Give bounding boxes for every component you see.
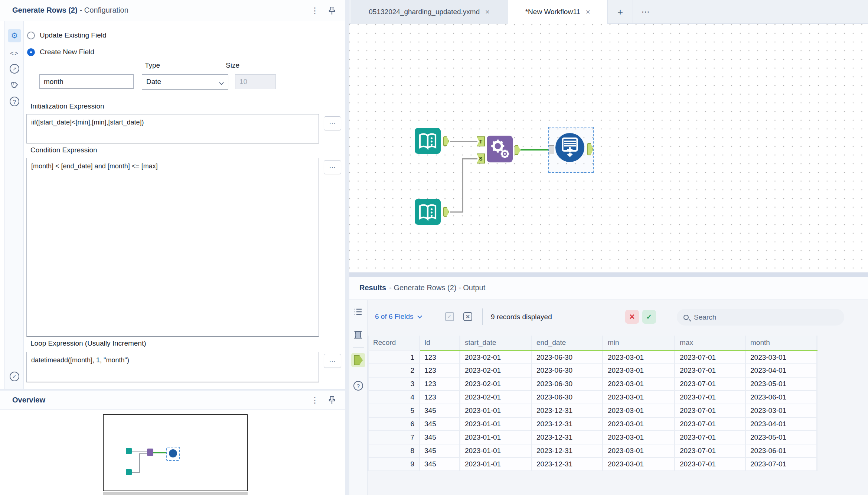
radio-circle-unchecked[interactable] [27, 32, 35, 39]
wire-input2-vertical[interactable] [462, 158, 463, 213]
overview-panel-header: Overview ⋮ [0, 391, 345, 410]
type-select[interactable]: Date [142, 74, 228, 90]
wire-generate-to-browse[interactable] [521, 149, 550, 151]
radio-circle-checked[interactable] [27, 48, 35, 56]
success-filter-button[interactable]: ✓ [642, 310, 656, 324]
text-input-tool-2[interactable] [415, 199, 441, 225]
generate-rows-tool[interactable] [487, 136, 513, 162]
column-header-Id[interactable]: Id [420, 336, 460, 350]
table-row[interactable]: 21232023-02-012023-06-302023-03-012023-0… [368, 364, 817, 377]
workflow-canvas[interactable]: T S [349, 24, 868, 272]
help-icon[interactable]: ? [8, 95, 21, 108]
table-cell: 2023-03-01 [745, 350, 817, 364]
search-input[interactable]: Search [677, 309, 844, 326]
field-name-input[interactable]: month [39, 74, 134, 89]
column-header-month[interactable]: month [745, 336, 817, 350]
search-placeholder: Search [694, 313, 716, 321]
column-header-max[interactable]: max [675, 336, 745, 350]
text-input-tool-1[interactable] [415, 128, 441, 154]
table-row[interactable]: 53452023-01-012023-12-312023-03-012023-0… [368, 404, 817, 417]
new-tab-button[interactable]: + [608, 0, 633, 24]
table-row[interactable]: 73452023-01-012023-12-312023-03-012023-0… [368, 431, 817, 444]
fields-selector[interactable]: 6 of 6 Fields [375, 313, 421, 321]
select-all-checkbox-icon[interactable]: ✓ [445, 312, 454, 321]
loop-expression-editor-button[interactable]: ... [324, 354, 341, 368]
tab-workflow-2[interactable]: *New Workflow11 ✕ [508, 0, 608, 24]
overview-pin-icon[interactable] [327, 395, 336, 405]
table-row[interactable]: 11232023-02-012023-06-302023-03-012023-0… [368, 350, 817, 364]
close-icon[interactable]: ✕ [585, 9, 590, 16]
mini-browse-selection [166, 447, 180, 461]
table-row[interactable]: 83452023-01-012023-12-312023-03-012023-0… [368, 444, 817, 457]
overview-viewport[interactable] [103, 414, 248, 491]
column-header-start_date[interactable]: start_date [460, 336, 532, 350]
book-icon [415, 199, 441, 225]
browse-input-port[interactable] [549, 145, 554, 154]
pin-icon[interactable] [327, 6, 336, 16]
t-input-anchor[interactable]: T [477, 136, 485, 146]
configuration-panel-header: Generate Rows (2)- Configuration ⋮ [0, 0, 345, 21]
table-row[interactable]: 93452023-01-012023-12-312023-03-012023-0… [368, 457, 817, 471]
overview-scrollbar[interactable] [103, 492, 248, 495]
tab-workflow-1[interactable]: 05132024_gharding_updated.yxmd ✕ [351, 0, 508, 24]
column-header-min[interactable]: min [603, 336, 675, 350]
condition-expression-box[interactable]: [month] < [end_date] and [month] <= [max… [26, 158, 319, 337]
results-help-icon[interactable]: ? [353, 381, 363, 391]
radio-create-label: Create New Field [40, 48, 94, 56]
metadata-list-icon[interactable] [353, 307, 363, 316]
table-cell: 7 [368, 431, 420, 444]
canvas-horizontal-scrollbar[interactable] [349, 272, 868, 277]
s-input-anchor[interactable]: S [477, 153, 485, 164]
radio-create-new[interactable]: Create New Field [27, 48, 94, 56]
code-icon[interactable]: <> [8, 47, 21, 60]
table-cell: 2023-01-01 [460, 404, 532, 417]
table-cell: 2023-06-30 [532, 364, 603, 377]
table-cell: 2023-12-31 [532, 404, 603, 417]
scroll-view-icon[interactable] [353, 330, 363, 339]
output-anchor-generate-rows[interactable] [515, 145, 521, 155]
deselect-all-icon[interactable]: ✕ [463, 312, 472, 321]
column-header-Record[interactable]: Record [368, 336, 420, 350]
table-row[interactable]: 41232023-02-012023-06-302023-03-012023-0… [368, 391, 817, 404]
column-header-end_date[interactable]: end_date [532, 336, 603, 350]
table-row[interactable]: 31232023-02-012023-06-302023-03-012023-0… [368, 377, 817, 391]
output-anchor-input2[interactable] [443, 207, 449, 217]
table-cell: 2023-03-01 [603, 417, 675, 431]
errors-filter-button[interactable]: ✕ [625, 310, 639, 324]
wire-input2-to-s[interactable] [462, 158, 477, 159]
tab-overflow-button[interactable]: ⋯ [633, 0, 658, 24]
wire-input2-horizontal[interactable] [450, 211, 463, 213]
results-tool-strip: ? [349, 300, 368, 495]
close-icon[interactable]: ✕ [485, 9, 490, 16]
table-cell: 2023-01-01 [460, 417, 532, 431]
help-glyph: ? [10, 97, 19, 106]
table-row[interactable]: 63452023-01-012023-12-312023-03-012023-0… [368, 417, 817, 431]
table-cell: 123 [420, 391, 460, 404]
book-icon [415, 128, 441, 154]
output-anchor-input1[interactable] [443, 136, 449, 146]
gear-icon[interactable]: ⚙ [8, 29, 21, 42]
overview-menu-icon[interactable]: ⋮ [310, 395, 319, 406]
table-cell: 2023-07-01 [675, 377, 745, 391]
init-expression-editor-button[interactable]: ... [324, 116, 341, 130]
mini-connector [139, 453, 140, 473]
fields-selector-label: 6 of 6 Fields [375, 313, 414, 321]
output-anchor-button[interactable] [351, 353, 365, 367]
table-cell: 345 [420, 444, 460, 457]
size-input[interactable]: 10 [235, 74, 276, 89]
share-icon[interactable]: ↗ [8, 62, 21, 75]
table-header-row: RecordIdstart_dateend_dateminmaxmonth [368, 336, 817, 350]
browse-icon [555, 133, 584, 162]
overview-panel-title: Overview [12, 396, 45, 404]
condition-expression-editor-button[interactable]: ... [324, 160, 341, 174]
browse-tool[interactable] [555, 133, 584, 162]
table-cell: 2023-07-01 [675, 444, 745, 457]
tag-icon[interactable] [8, 78, 21, 92]
radio-update-existing[interactable]: Update Existing Field [27, 31, 107, 39]
loop-expression-box[interactable]: datetimeadd([month], 1, "month") [26, 352, 319, 382]
wire-input1-to-t[interactable] [450, 141, 477, 142]
table-cell: 2023-03-01 [603, 350, 675, 364]
init-expression-box[interactable]: iif([start_date]<[min],[min],[start_date… [26, 114, 319, 143]
apply-check-icon[interactable]: ✓ [8, 370, 21, 383]
panel-menu-icon[interactable]: ⋮ [310, 5, 319, 16]
